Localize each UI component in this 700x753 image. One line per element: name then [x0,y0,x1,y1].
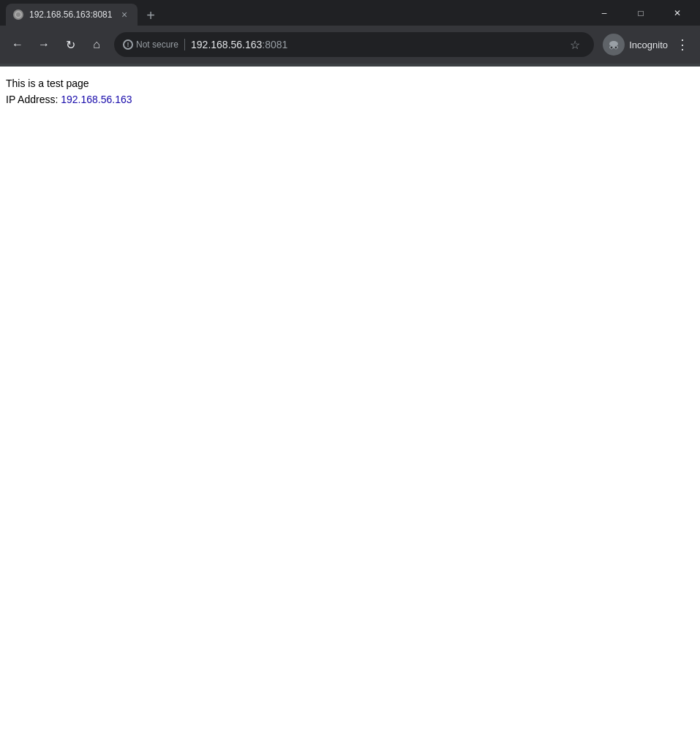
bookmark-button[interactable]: ☆ [565,34,585,55]
svg-point-0 [609,41,618,47]
reload-icon: ↻ [66,38,75,52]
svg-point-3 [614,46,617,49]
navbar: ← → ↻ ⌂ ! Not secure 192.168.56.163:8081… [0,26,700,64]
page-line-2: IP Address: 192.168.56.163 [6,91,694,107]
home-button[interactable]: ⌂ [85,33,108,56]
minimize-button[interactable]: – [587,0,621,26]
address-bar[interactable]: ! Not secure 192.168.56.163:8081 ☆ [114,32,594,57]
back-button[interactable]: ← [6,33,29,56]
forward-icon: → [38,38,50,51]
close-button[interactable]: ✕ [661,0,694,26]
maximize-button[interactable]: □ [624,0,658,26]
address-host: 192.168.56.163 [191,39,262,50]
address-text[interactable]: 192.168.56.163:8081 [191,39,559,50]
home-icon: ⌂ [93,38,100,51]
incognito-area: Incognito [603,34,668,56]
tab-close-button[interactable]: × [118,9,130,20]
menu-button[interactable]: ⋮ [671,33,694,56]
ip-label: IP Address: [6,94,61,105]
not-secure-badge: ! Not secure [123,39,178,50]
warning-icon: ! [123,39,133,50]
tab-strip: 192.168.56.163:8081 × + [6,0,584,26]
incognito-svg [606,37,621,52]
tab-title: 192.168.56.163:8081 [29,10,113,20]
page-line-1: This is a test page [6,75,694,91]
svg-point-2 [610,46,613,49]
window-controls: – □ ✕ [587,0,694,26]
ip-value: 192.168.56.163 [61,94,132,105]
page-content: This is a test page IP Address: 192.168.… [0,67,700,753]
reload-button[interactable]: ↻ [59,33,82,56]
not-secure-label: Not secure [136,39,178,50]
back-icon: ← [12,38,23,51]
titlebar: 192.168.56.163:8081 × + – □ ✕ [0,0,700,26]
incognito-icon[interactable] [603,34,625,56]
forward-button[interactable]: → [32,33,56,56]
new-tab-button[interactable]: + [140,5,161,26]
address-port: :8081 [262,39,287,50]
tab-favicon [13,10,23,20]
address-divider [184,39,185,50]
incognito-label: Incognito [629,39,668,50]
active-tab[interactable]: 192.168.56.163:8081 × [6,4,138,26]
